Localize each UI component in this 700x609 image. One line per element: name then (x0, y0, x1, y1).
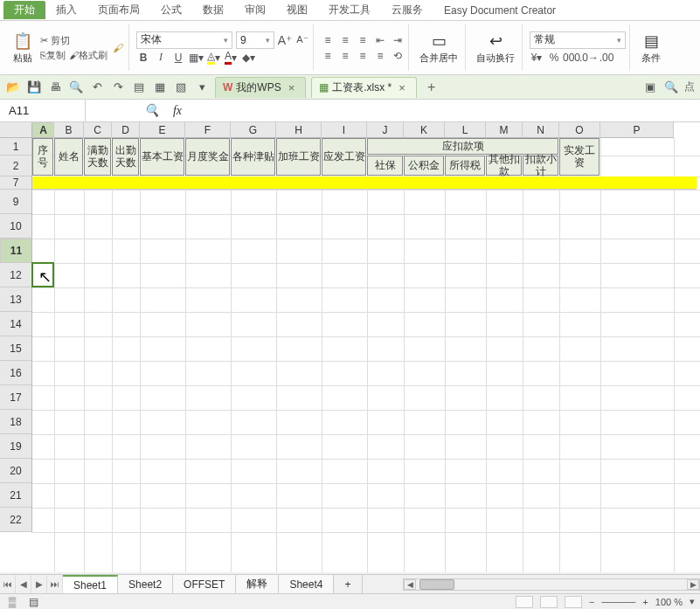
format-painter-button[interactable]: 🖌格式刷 (69, 49, 107, 62)
row-header[interactable]: 12 (0, 263, 32, 287)
column-header[interactable]: I (322, 122, 367, 138)
row-header[interactable]: 2 (0, 156, 32, 176)
currency-button[interactable]: ¥▾ (530, 51, 544, 65)
column-header[interactable]: G (231, 122, 276, 138)
column-header[interactable]: N (523, 122, 559, 138)
add-sheet-button[interactable]: + (334, 575, 362, 593)
font-color-button[interactable]: A▾ (224, 51, 238, 65)
column-header[interactable]: J (367, 122, 404, 138)
comma-button[interactable]: 000 (565, 51, 579, 65)
row-header[interactable]: 22 (0, 508, 32, 532)
sheet-tab[interactable]: Sheet2 (118, 575, 173, 593)
settings-icon[interactable]: ▣ (642, 80, 658, 95)
percent-button[interactable]: % (547, 51, 561, 65)
column-header[interactable]: H (276, 122, 322, 138)
column-header[interactable]: D (112, 122, 140, 138)
column-header[interactable]: L (445, 122, 486, 138)
zoom-dropdown-icon[interactable]: ▾ (690, 596, 695, 607)
increase-font-button[interactable]: A⁺ (278, 33, 292, 47)
horizontal-scrollbar[interactable]: ◀ ▶ (403, 578, 700, 591)
cut-button[interactable]: ✂ 剪切 (40, 34, 107, 47)
column-header[interactable]: E (140, 122, 185, 138)
view-page-button[interactable] (540, 596, 558, 608)
scroll-left-icon[interactable]: ◀ (404, 579, 416, 590)
row-header[interactable]: 15 (0, 336, 32, 361)
menu-tab-start[interactable]: 开始 (3, 1, 45, 19)
wps-home-tab[interactable]: W 我的WPS × (215, 77, 306, 98)
underline-button[interactable]: U (171, 51, 185, 65)
align-top-button[interactable]: ≡ (321, 33, 335, 47)
formula-input[interactable] (191, 100, 700, 121)
fx-button[interactable]: fx (164, 100, 191, 121)
column-header[interactable]: K (404, 122, 445, 138)
menu-tab-review[interactable]: 审阅 (234, 1, 276, 19)
sheet-tab[interactable]: Sheet4 (279, 575, 334, 593)
menu-tab-formula[interactable]: 公式 (150, 1, 192, 19)
increase-decimal-button[interactable]: .0→ (582, 51, 596, 65)
menu-tab-pagelayout[interactable]: 页面布局 (87, 1, 150, 19)
align-middle-button[interactable]: ≡ (338, 33, 352, 47)
sheet-tab[interactable]: OFFSET (173, 575, 236, 593)
menu-tab-edc[interactable]: Easy Document Creator (433, 3, 566, 18)
zoom-out-button[interactable]: − (589, 597, 594, 607)
view-break-button[interactable] (565, 596, 582, 608)
menu-tab-data[interactable]: 数据 (192, 1, 234, 19)
row-header[interactable]: 14 (0, 312, 32, 336)
open-icon[interactable]: 📂 (5, 80, 21, 95)
column-header[interactable]: M (486, 122, 523, 138)
row-header[interactable]: 10 (0, 214, 32, 239)
row-header[interactable]: 13 (0, 287, 32, 312)
bold-button[interactable]: B (136, 51, 150, 65)
status-icon-2[interactable]: ▤ (26, 595, 40, 609)
qat-icon-3[interactable]: ▧ (173, 80, 189, 95)
copy-button[interactable]: ⎘复制 (40, 49, 66, 62)
scrollbar-thumb[interactable] (419, 579, 454, 590)
column-header[interactable]: B (54, 122, 84, 138)
qat-icon-1[interactable]: ▤ (131, 80, 147, 95)
scroll-right-icon[interactable]: ▶ (687, 579, 699, 590)
align-right-button[interactable]: ≡ (356, 49, 370, 63)
indent-decrease-button[interactable]: ⇤ (373, 33, 387, 47)
italic-button[interactable]: I (154, 51, 168, 65)
status-icon-1[interactable]: ▒ (5, 595, 19, 609)
qat-icon-2[interactable]: ▦ (152, 80, 168, 95)
row-header[interactable]: 19 (0, 434, 32, 459)
align-bottom-button[interactable]: ≡ (356, 33, 370, 47)
column-header[interactable]: F (185, 122, 231, 138)
indent-increase-button[interactable]: ⇥ (391, 33, 405, 47)
zoom-lens-icon[interactable]: 🔍 (138, 100, 164, 121)
row-header[interactable]: 21 (0, 483, 32, 508)
merge-center-button[interactable]: ▭ 合并居中 (416, 29, 461, 66)
menu-tab-devtools[interactable]: 开发工具 (318, 1, 381, 19)
border-button[interactable]: ▦▾ (189, 51, 203, 65)
number-format-select[interactable]: 常规▾ (530, 31, 626, 49)
add-tab-button[interactable]: + (422, 80, 440, 95)
row-header[interactable]: 20 (0, 459, 32, 483)
close-icon[interactable]: × (395, 81, 409, 94)
wrap-text-button[interactable]: ↩ 自动换行 (473, 29, 518, 66)
sheet-tab[interactable]: 解释 (236, 575, 279, 593)
qat-more-icon[interactable]: ▾ (194, 80, 210, 95)
column-header[interactable]: C (84, 122, 112, 138)
close-icon[interactable]: × (285, 81, 299, 94)
row-header[interactable]: 1 (0, 138, 32, 156)
tab-nav-last[interactable]: ⏭ (47, 575, 63, 593)
tab-nav-next[interactable]: ▶ (31, 575, 47, 593)
print-icon[interactable]: 🖶 (47, 80, 63, 95)
decrease-font-button[interactable]: A⁻ (295, 33, 309, 47)
column-header[interactable]: A (32, 122, 54, 138)
undo-icon[interactable]: ↶ (89, 80, 105, 95)
decrease-decimal-button[interactable]: .00 (600, 51, 613, 65)
tab-nav-first[interactable]: ⏮ (0, 575, 16, 593)
menu-tab-view[interactable]: 视图 (276, 1, 318, 19)
zoom-in-button[interactable]: + (642, 597, 648, 607)
fill-color-button[interactable]: ◬▾ (206, 51, 220, 65)
menu-tab-cloud[interactable]: 云服务 (381, 1, 433, 19)
menu-tab-insert[interactable]: 插入 (45, 1, 87, 19)
row-header[interactable]: 11 (0, 239, 32, 263)
save-icon[interactable]: 💾 (26, 80, 42, 95)
font-size-select[interactable]: 9▾ (236, 31, 274, 49)
search-icon[interactable]: 🔍 (663, 80, 679, 95)
tab-nav-prev[interactable]: ◀ (16, 575, 31, 593)
zoom-level[interactable]: 100 % (655, 597, 683, 607)
